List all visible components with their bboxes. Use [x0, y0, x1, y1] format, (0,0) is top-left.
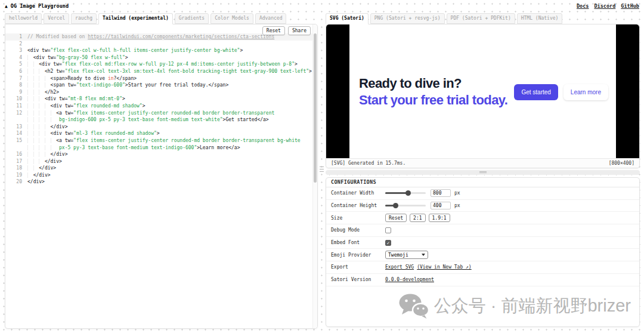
code-line[interactable]: 5 <div tw="flex flex-col md:flex-row w-f…	[5, 61, 312, 68]
tab-vercel[interactable]: Vercel	[44, 13, 69, 24]
learn-more-button: Learn more	[564, 84, 608, 100]
watermark-text: 公众号 · 前端新视野brizer	[434, 294, 631, 318]
container-width-slider[interactable]	[385, 192, 426, 194]
tab-color-models[interactable]: Color Models	[210, 13, 253, 24]
tab-rauchg[interactable]: rauchg	[71, 13, 97, 24]
line-number: 19	[5, 172, 27, 179]
size-button-reset[interactable]: Reset	[385, 214, 407, 222]
code-area[interactable]: 1// Modified based on https://tailwindui…	[5, 33, 312, 186]
share-button[interactable]: Share	[288, 26, 311, 35]
config-label: Debug Mode	[331, 227, 385, 233]
code-line[interactable]: 15 <a tw="flex items-center justify-cent…	[5, 137, 312, 144]
code-line[interactable]: 4 <div tw="bg-gray-50 flex w-full">	[5, 54, 312, 61]
line-number: 17	[5, 158, 27, 165]
line-number: 5	[5, 61, 27, 68]
size-button-1-9-1[interactable]: 1.9:1	[429, 214, 450, 222]
code-line[interactable]: 14 <div tw="ml-3 flex rounded-md shadow"…	[5, 130, 312, 137]
splitter-grip-icon[interactable]	[320, 166, 324, 173]
cta-buttons: Get started Learn more	[514, 84, 608, 100]
container-height-slider[interactable]	[385, 205, 426, 206]
top-bar: ▲ OG Image Playground DocsDiscordGitHub	[0, 0, 644, 12]
config-label: Export	[331, 264, 385, 270]
slider-knob[interactable]	[405, 190, 411, 196]
preview-tab-pdf-satori-pdfkit[interactable]: PDF (Satori + PDFKit)	[447, 13, 515, 24]
preview-resize-handle[interactable]	[326, 170, 640, 175]
emoji-provider-select[interactable]: Twemoji	[385, 251, 428, 259]
preview-panel: Ready to dive in? Start your free trial …	[326, 24, 640, 168]
code-line[interactable]: bg-indigo-600 px-5 py-3 text-base font-m…	[5, 116, 312, 124]
config-label: Size	[331, 215, 385, 221]
container-height-input[interactable]	[431, 202, 451, 209]
code-line[interactable]: 6 <h2 tw="flex flex-col text-3xl sm:text…	[5, 68, 312, 75]
code-line[interactable]: 16 </div>	[5, 151, 312, 158]
code-line[interactable]: 2	[5, 41, 312, 48]
line-number: 4	[5, 54, 27, 61]
vercel-logo-icon: ▲	[5, 4, 8, 9]
config-row-emoji-provider: Emoji ProviderTwemoji	[326, 249, 639, 261]
config-row-size: SizeReset2:11.9:1	[326, 212, 639, 224]
chevron-down-icon	[422, 254, 425, 256]
code-line[interactable]: 19 </div>	[5, 172, 312, 179]
link-view-in-new-tab[interactable]: (View in New Tab ↗)	[417, 264, 472, 270]
debug-mode-checkbox[interactable]	[385, 227, 391, 233]
link-0-0-0-development[interactable]: 0.0.0-development	[385, 277, 434, 282]
line-number: 8	[5, 82, 27, 89]
cta-headlines: Ready to dive in? Start your free trial …	[359, 75, 507, 109]
code-line[interactable]: 18 </div>	[5, 165, 312, 172]
code-line[interactable]: 10 <div tw="mt-8 flex md:mt-0">	[5, 95, 312, 103]
wechat-icon	[399, 294, 428, 319]
editor-scrollbar-thumb[interactable]	[314, 33, 317, 183]
tab-gradients[interactable]: Gradients	[175, 13, 209, 24]
config-label: Container Width	[331, 190, 385, 196]
line-number: 14	[5, 130, 27, 137]
config-label: Emoji Provider	[331, 252, 385, 258]
size-button-2-1[interactable]: 2:1	[410, 214, 425, 222]
line-number: 15	[5, 137, 27, 144]
editor-toolbar: Reset Share	[262, 26, 311, 35]
code-line[interactable]: 3<div tw="flex flex-col w-full h-full it…	[5, 47, 312, 54]
code-line[interactable]: 12 <a tw="flex items-center justify-cent…	[5, 110, 312, 117]
unit-label: px	[454, 203, 460, 208]
tab-tailwind-experimental[interactable]: Tailwind (experimental)	[98, 13, 173, 24]
editor-scrollbar[interactable]	[312, 24, 317, 328]
code-line[interactable]: 11 <div tw="flex rounded-md shadow">	[5, 103, 312, 110]
preview-tab-html-native[interactable]: HTML (Native)	[517, 13, 563, 24]
tab-helloworld[interactable]: helloworld	[5, 13, 42, 24]
cta-headline-line1: Ready to dive in?	[359, 75, 507, 92]
preview-canvas: Ready to dive in? Start your free trial …	[326, 24, 639, 158]
config-row-debug-mode: Debug Mode	[326, 224, 639, 237]
embed-font-checkbox[interactable]: ✓	[385, 240, 391, 246]
line-number: 16	[5, 151, 27, 158]
code-line[interactable]: 13 </div>	[5, 124, 312, 131]
top-nav: DocsDiscordGitHub	[577, 3, 639, 9]
nav-link-github[interactable]: GitHub	[621, 3, 639, 9]
line-number: 12	[5, 110, 27, 117]
preview-tab-bar: SVG (Satori)PNG (Satori + resvg-js)PDF (…	[326, 13, 562, 24]
code-line[interactable]: 7 <span>Ready to dive in?</span>	[5, 75, 312, 82]
line-number: 13	[5, 124, 27, 131]
code-line[interactable]: 9 </h2>	[5, 89, 312, 96]
link-export-svg[interactable]: Export SVG	[385, 264, 414, 270]
container-width-input[interactable]	[431, 189, 451, 197]
line-number: 6	[5, 68, 27, 75]
editor-tab-bar: helloworldVercelrauchgTailwind (experime…	[5, 13, 286, 24]
tab-advanced[interactable]: Advanced	[255, 13, 287, 24]
slider-knob[interactable]	[393, 203, 398, 208]
config-row-satori-version: Satori Version0.0.0-development	[326, 274, 639, 286]
code-line[interactable]: 20</div>	[5, 178, 312, 186]
code-line[interactable]: px-5 py-3 text-base font-medium text-ind…	[5, 144, 312, 152]
panel-splitter[interactable]	[318, 24, 326, 329]
line-number: 3	[5, 47, 27, 54]
code-line[interactable]: 17 </div>	[5, 158, 312, 165]
line-number: 10	[5, 95, 27, 103]
cta-headline-line2: Start your free trial today.	[359, 92, 507, 109]
nav-link-docs[interactable]: Docs	[577, 3, 589, 9]
resize-grip-icon	[479, 171, 487, 174]
reset-button[interactable]: Reset	[262, 26, 285, 35]
code-line[interactable]: 8 <span tw="text-indigo-600">Start your …	[5, 82, 312, 89]
line-number: 11	[5, 103, 27, 110]
preview-tab-png-satori-resvg-js[interactable]: PNG (Satori + resvg-js)	[370, 13, 445, 24]
config-row-container-height: Container Heightpx	[326, 200, 639, 212]
preview-tab-svg-satori[interactable]: SVG (Satori)	[326, 13, 369, 24]
nav-link-discord[interactable]: Discord	[594, 3, 615, 9]
